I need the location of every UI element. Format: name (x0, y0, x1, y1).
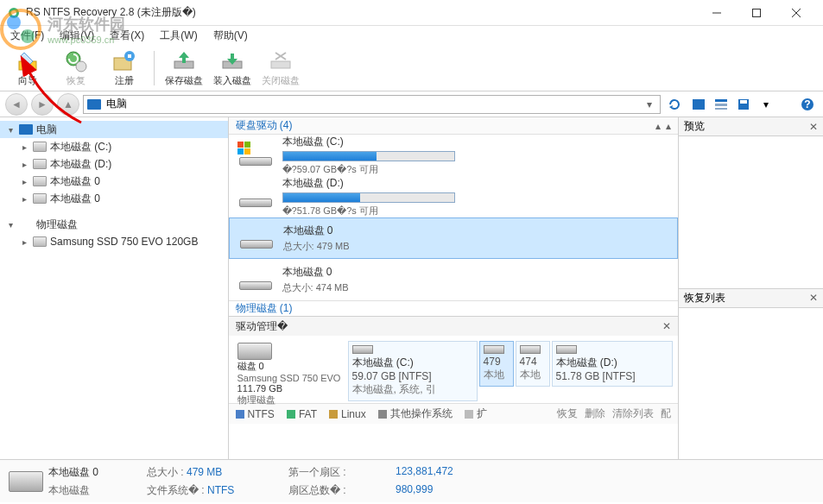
help-button[interactable]: ? (797, 95, 818, 114)
sb-name: 本地磁盘 0 (48, 465, 143, 480)
tree-disk-d[interactable]: ▸ 本地磁盘 (D:) (0, 155, 228, 173)
menu-edit[interactable]: 编辑(V) (53, 27, 101, 45)
menu-file[interactable]: 文件(F) (3, 27, 51, 45)
mount-disk-icon (220, 49, 244, 73)
drive-d[interactable]: 本地磁盘 (D:) �?51.78 GB�?s 可用 (229, 176, 678, 217)
disk-icon (352, 345, 373, 354)
right-panel: 预览 ✕ 恢复列表 ✕ (679, 117, 823, 459)
close-disk-button[interactable]: 关闭磁盘 (258, 47, 303, 90)
tree-disk-c[interactable]: ▸ 本地磁盘 (C:) (0, 138, 228, 155)
tree-computer[interactable]: ▾ 电脑 (0, 121, 228, 138)
close-disk-icon (269, 49, 293, 73)
tree-physical-header[interactable]: ▾ 物理磁盘 (0, 216, 228, 233)
center-panel: 硬盘驱动 (4) ▴▴ 本地磁盘 (C:) �?59.07 GB�?s 可用 本… (229, 117, 679, 459)
disk-icon (33, 176, 47, 186)
nav-up-button[interactable]: ▲ (57, 93, 79, 116)
dm-recover-link[interactable]: 恢复 (557, 406, 578, 421)
disk-icon (484, 345, 504, 354)
disk-icon (33, 142, 47, 152)
register-icon (112, 49, 136, 73)
disk-icon (33, 236, 47, 247)
caret-icon: ▾ (5, 125, 16, 135)
save-icon-button[interactable] (733, 95, 754, 114)
svg-rect-3 (753, 9, 761, 16)
address-bar[interactable]: ▾ (83, 95, 661, 114)
register-button[interactable]: 注册 (102, 47, 147, 90)
collapse-icon[interactable]: ▴ (655, 120, 661, 132)
disk-icon (556, 345, 577, 354)
drive-icon (237, 266, 274, 293)
usage-bar (282, 151, 455, 161)
wizard-button[interactable]: 向导 (5, 47, 50, 90)
mount-disk-button[interactable]: 装入磁盘 (210, 47, 255, 90)
toolbar: 向导 恢复 注册 保存磁盘 装入磁盘 关闭磁盘 (0, 45, 823, 91)
dm-partition-0a[interactable]: 479 本地 (479, 341, 514, 387)
caret-icon: ▸ (19, 142, 29, 152)
drive-icon (237, 142, 274, 169)
dm-more-link[interactable]: 配 (661, 406, 671, 421)
recover-button[interactable]: 恢复 (54, 47, 98, 90)
menu-tools[interactable]: 工具(W) (153, 27, 204, 45)
tree-ssd[interactable]: ▸ Samsung SSD 750 EVO 120GB (0, 233, 228, 250)
disk-icon (520, 345, 541, 354)
svg-rect-18 (715, 99, 727, 102)
scroll-up-icon[interactable]: ▴ (666, 120, 671, 132)
svg-rect-14 (271, 61, 290, 68)
statusbar: 本地磁盘 0 总大小 : 479 MB 第一个扇区 : 123,881,472 … (0, 459, 823, 502)
recover-list-body (679, 308, 823, 460)
computer-icon (19, 124, 33, 135)
disk-icon (33, 159, 47, 169)
nav-back-button[interactable]: ◄ (5, 93, 28, 116)
tree-disk-0a[interactable]: ▸ 本地磁盘 0 (0, 173, 228, 190)
dm-delete-link[interactable]: 删除 (585, 406, 605, 421)
minimize-button[interactable] (697, 0, 737, 26)
close-button[interactable] (776, 0, 816, 26)
save-disk-button[interactable]: 保存磁盘 (161, 47, 206, 90)
refresh-button[interactable] (664, 95, 685, 114)
close-icon[interactable]: ✕ (809, 292, 818, 304)
svg-rect-28 (244, 148, 250, 154)
svg-rect-26 (244, 142, 250, 148)
view-large-icons-button[interactable] (688, 95, 709, 114)
view-details-button[interactable] (711, 95, 731, 114)
sb-type: 本地磁盘 (48, 483, 143, 498)
view-dropdown-button[interactable]: ▾ (756, 95, 776, 114)
svg-rect-11 (128, 54, 131, 58)
svg-rect-19 (715, 104, 727, 106)
dm-partition-d[interactable]: 本地磁盘 (D:) 51.78 GB [NTFS] (552, 341, 673, 387)
close-icon[interactable]: ✕ (809, 121, 818, 133)
maximize-button[interactable] (737, 0, 776, 26)
drive-c[interactable]: 本地磁盘 (C:) �?59.07 GB�?s 可用 (229, 135, 678, 176)
section-phys-header[interactable]: 物理磁盘 (1) (229, 300, 678, 316)
dm-partition-c[interactable]: 本地磁盘 (C:) 59.07 GB [NTFS] 本地磁盘, 系统, 引 (348, 341, 478, 401)
address-dropdown-icon[interactable]: ▾ (643, 98, 656, 110)
close-icon[interactable]: ✕ (662, 320, 671, 332)
dm-clear-link[interactable]: 清除列表 (612, 406, 654, 421)
svg-rect-27 (237, 148, 244, 154)
dm-disk[interactable]: 磁盘 0 Samsung SSD 750 EVO 111.79 GB 物理磁盘 (234, 341, 346, 408)
preview-header: 预览 ✕ (679, 117, 823, 136)
svg-text:?: ? (804, 98, 810, 110)
disk-icon (9, 471, 43, 492)
preview-body (679, 136, 823, 288)
disk-icon (237, 343, 272, 360)
nav-forward-button[interactable]: ► (31, 93, 54, 116)
caret-icon: ▸ (19, 177, 29, 186)
tree-disk-0b[interactable]: ▸ 本地磁盘 0 (0, 190, 228, 207)
navbar: ◄ ► ▲ ▾ ▾ ? (0, 91, 823, 117)
section-hdd-header[interactable]: 硬盘驱动 (4) ▴▴ (229, 117, 678, 135)
caret-icon: ▾ (5, 220, 16, 230)
window-title: RS NTFS Recovery 2.8 (未注册版�) (26, 5, 697, 20)
menu-help[interactable]: 帮助(V) (206, 27, 255, 45)
svg-point-8 (76, 61, 86, 72)
disk-icon (33, 193, 47, 204)
address-input[interactable] (106, 98, 643, 110)
menu-view[interactable]: 查看(X) (103, 27, 151, 45)
recover-list-header: 恢复列表 ✕ (679, 289, 823, 308)
recover-icon (64, 49, 88, 73)
svg-rect-22 (740, 100, 747, 104)
dm-partition-0b[interactable]: 474 本地 (516, 341, 550, 387)
drive-0a[interactable]: 本地磁盘 0 总大小: 479 MB (229, 217, 678, 259)
drive-0b[interactable]: 本地磁盘 0 总大小: 474 MB (229, 259, 678, 300)
drive-icon (238, 224, 275, 252)
